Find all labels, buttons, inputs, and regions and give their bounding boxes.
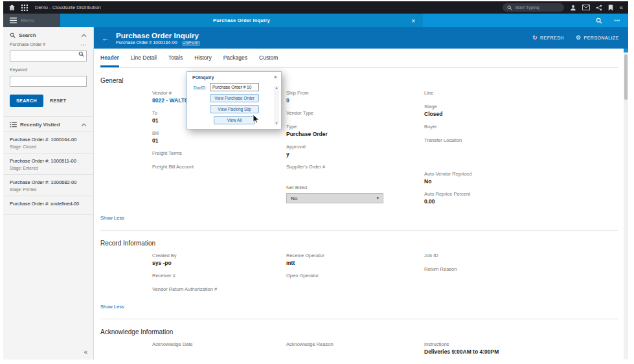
field-value[interactable]: 0	[286, 97, 424, 105]
lookup-icon[interactable]	[78, 51, 84, 57]
ellipsis-icon[interactable]: ⋯	[80, 43, 87, 47]
list-item[interactable]: Purchase Order #: 1000511-00 Stage: Ente…	[3, 154, 93, 175]
field-value	[424, 97, 618, 98]
view-purchase-order-button[interactable]: View Purchase Order	[210, 94, 259, 102]
tab-custom[interactable]: Custom	[259, 54, 278, 67]
uniform-link[interactable]: UniForm	[183, 40, 200, 45]
sidebar-search-title: Search	[19, 32, 36, 38]
recent-item-stage	[10, 209, 87, 210]
field-value	[424, 130, 618, 132]
field-value	[152, 157, 286, 159]
user-icon[interactable]	[570, 5, 576, 11]
more-icon[interactable]: ⋯	[614, 17, 620, 24]
share-icon[interactable]	[596, 5, 602, 11]
field-label: Return Reason	[424, 266, 618, 273]
net-billed-select[interactable]: No ▾	[286, 193, 383, 203]
global-search-input[interactable]	[515, 5, 560, 10]
po-number-label: Purchase Order #	[10, 42, 45, 47]
refresh-label: REFRESH	[540, 36, 564, 40]
tab-header[interactable]: Header	[100, 54, 119, 67]
field-label: Receive Operator	[286, 252, 424, 259]
field-suppliers-order: Supplier's Order #	[286, 163, 424, 172]
view-all-button[interactable]: View All	[214, 116, 255, 124]
show-less-link[interactable]: Show Less	[100, 304, 124, 310]
po-number-input[interactable]	[10, 51, 87, 62]
popup-scrollbar[interactable]: ▴ ▾	[274, 85, 279, 125]
field-value: y	[286, 150, 424, 159]
search-icon	[10, 32, 16, 38]
tab-bar: Header Line Detail Totals History Packag…	[100, 49, 618, 68]
acknowledge-grid: Acknowledge Date Acknowledge Reason	[152, 341, 618, 359]
page-subtitle: Purchase Order # 1000164-00	[116, 40, 177, 45]
docid-label: DocID:	[194, 83, 208, 124]
list-item[interactable]: Purchase Order #: 1000164-00 Stage: Clos…	[3, 132, 93, 154]
app-grid-icon[interactable]	[21, 5, 28, 11]
field-label: Vendor Type	[286, 109, 424, 117]
field-open-operator: Open Operator	[286, 272, 424, 281]
tab-packages[interactable]: Packages	[223, 54, 247, 67]
field-instructions: Instructions Deliveries 9:00AM to 4:00PM	[424, 341, 618, 356]
global-search[interactable]	[503, 3, 564, 12]
recently-visited-header[interactable]: Recently Visited	[3, 117, 93, 131]
collapse-panel-icon[interactable]: «	[619, 5, 623, 11]
field-value	[152, 170, 286, 172]
home-icon[interactable]	[8, 4, 16, 11]
field-label: Open Operator	[286, 272, 424, 279]
field-label: Acknowledge Reason	[286, 341, 424, 348]
field-value	[424, 144, 618, 146]
menu-button[interactable]: Menu	[3, 14, 60, 27]
field-label: Receiver #	[152, 272, 286, 279]
field-created-by: Created By sys -po	[152, 252, 286, 267]
field-stage: Stage Closed	[424, 103, 618, 119]
field-label: Freight Terms	[152, 150, 286, 157]
tab-totals[interactable]: Totals	[168, 54, 183, 67]
tab-close-icon[interactable]: ×	[411, 17, 415, 24]
popup-title: POInquiry	[192, 75, 214, 80]
docid-input[interactable]	[210, 83, 259, 91]
poinquiry-popup: POInquiry × DocID: View Purchase Order V…	[187, 71, 282, 130]
mail-icon[interactable]	[582, 5, 590, 10]
section-divider	[100, 319, 618, 319]
back-icon[interactable]: ←	[102, 34, 109, 42]
popup-close-icon[interactable]: ×	[274, 74, 277, 80]
sidebar: Search Purchase Order # ⋯	[3, 27, 94, 359]
list-item[interactable]: Purchase Order #: 1000682-00 Stage: Prin…	[3, 175, 93, 196]
keyword-label: Keyword	[10, 67, 27, 72]
bookmark-icon[interactable]	[608, 5, 613, 11]
tab-history[interactable]: History	[194, 54, 211, 67]
search-icon[interactable]	[596, 17, 602, 24]
field-label: Type	[286, 123, 424, 130]
scroll-up-icon[interactable]: ▴	[275, 85, 277, 89]
field-value	[152, 293, 286, 295]
sidebar-search-header[interactable]: Search	[3, 27, 93, 42]
list-item[interactable]: Purchase Order #: undefined-00	[3, 196, 93, 215]
app-title: Demo - Cloudsuite Distribution	[35, 5, 101, 10]
recent-item-stage: Stage: Entered	[10, 166, 87, 170]
field-label: Instructions	[424, 341, 618, 348]
personalize-button[interactable]: ⚙ PERSONALIZE	[576, 35, 619, 41]
chevron-up-icon[interactable]	[81, 123, 87, 127]
field-vendor-return-authorization: Vendor Return Authorization #	[152, 286, 286, 295]
view-packing-slip-button[interactable]: View Packing Slip	[210, 105, 259, 113]
search-button[interactable]: SEARCH	[10, 95, 43, 107]
show-less-link[interactable]: Show Less	[100, 215, 124, 221]
tab-purchase-order-inquiry[interactable]: Purchase Order Inquiry ×	[60, 14, 423, 27]
content: Header Line Detail Totals History Packag…	[94, 49, 628, 359]
main-scrollbar[interactable]	[624, 49, 628, 359]
reset-button[interactable]: RESET	[50, 98, 66, 103]
sidebar-buttons: SEARCH RESET	[3, 87, 93, 113]
field-value	[152, 279, 286, 281]
scrollbar-thumb[interactable]	[624, 54, 628, 100]
sidebar-collapse-icon[interactable]: «	[84, 348, 87, 356]
popup-actions: View Purchase Order View Packing Slip Vi…	[210, 83, 259, 124]
refresh-button[interactable]: ↻ REFRESH	[532, 35, 564, 41]
chevron-up-icon[interactable]	[81, 34, 87, 38]
field-value	[286, 117, 424, 119]
tab-line-detail[interactable]: Line Detail	[131, 54, 157, 67]
scroll-down-icon[interactable]: ▾	[275, 121, 277, 125]
field-line: Line	[424, 89, 618, 98]
mouse-cursor	[253, 114, 260, 124]
field-value: Purchase Order	[286, 130, 424, 139]
section-title-acknowledge: Acknowledge Information	[100, 328, 618, 336]
keyword-input[interactable]	[10, 76, 87, 87]
